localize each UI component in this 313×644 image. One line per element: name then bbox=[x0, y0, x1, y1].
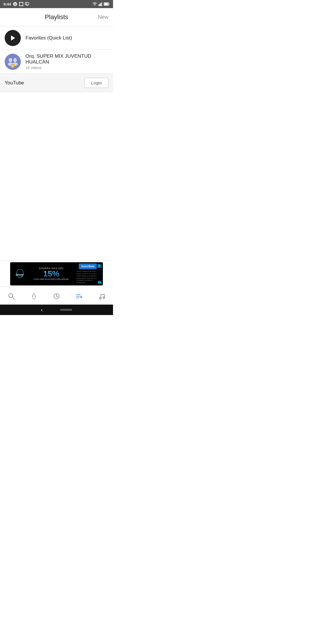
svg-text:Disney: Disney bbox=[16, 273, 23, 276]
ad-subscribe-button[interactable]: Suscríbete bbox=[79, 263, 97, 269]
play-icon bbox=[9, 35, 16, 41]
svg-line-27 bbox=[12, 297, 14, 299]
svg-rect-7 bbox=[101, 3, 102, 6]
disney-logo: Disney + bbox=[14, 267, 26, 280]
back-button[interactable]: ‹ bbox=[41, 307, 43, 313]
favorites-info: Favorites (Quick List) bbox=[26, 35, 108, 41]
super-mix-thumb: H bbox=[5, 54, 21, 70]
svg-rect-4 bbox=[26, 5, 28, 6]
search-icon bbox=[7, 292, 15, 300]
new-button[interactable]: New bbox=[98, 14, 108, 20]
svg-rect-8 bbox=[102, 2, 103, 6]
nav-trending[interactable] bbox=[23, 292, 45, 300]
square-icon bbox=[19, 2, 23, 6]
svg-line-30 bbox=[57, 296, 58, 297]
svg-rect-5 bbox=[99, 4, 99, 6]
play-button-thumb bbox=[5, 30, 21, 46]
ad-play-icon bbox=[98, 263, 102, 267]
screen-mirror-icon bbox=[25, 2, 30, 6]
svg-point-36 bbox=[103, 297, 105, 299]
clock-svg bbox=[53, 292, 60, 300]
disney-arc-icon: Disney + bbox=[14, 267, 26, 280]
favorites-thumb bbox=[5, 30, 21, 46]
fire-icon bbox=[30, 292, 38, 300]
svg-text:G: G bbox=[14, 3, 16, 6]
svg-rect-23 bbox=[98, 267, 102, 267]
home-indicator[interactable] bbox=[60, 309, 72, 311]
nav-history[interactable] bbox=[45, 292, 68, 300]
ad-percent: 15% bbox=[29, 270, 73, 278]
google-icon: G bbox=[13, 2, 17, 6]
favorites-playlist-item[interactable]: Favorites (Quick List) bbox=[0, 26, 113, 50]
music-svg bbox=[98, 292, 105, 300]
search-svg bbox=[8, 292, 15, 300]
svg-rect-2 bbox=[19, 2, 23, 6]
svg-point-14 bbox=[9, 58, 12, 62]
signal-icon bbox=[99, 2, 103, 6]
ad-content: AHORRA MÁS DEL 15% CON UNA SUSCRIPCIÓN A… bbox=[29, 267, 73, 281]
nav-search[interactable] bbox=[0, 292, 23, 300]
page-title: Playlists bbox=[45, 13, 68, 21]
playlist-svg bbox=[75, 292, 83, 300]
youtube-section-header: YouTube Login bbox=[0, 74, 113, 92]
super-mix-playlist-item[interactable]: H Orq. SUPER MIX JUVENTUD HUALCÁN 10 vid… bbox=[0, 50, 113, 74]
login-button[interactable]: Login bbox=[84, 78, 108, 88]
ad-skip-icon[interactable] bbox=[98, 280, 102, 284]
svg-rect-10 bbox=[104, 3, 108, 5]
svg-marker-34 bbox=[81, 296, 83, 298]
svg-marker-12 bbox=[11, 35, 15, 41]
content-area bbox=[0, 92, 113, 261]
header: Playlists New bbox=[0, 8, 113, 26]
status-right bbox=[92, 2, 110, 6]
battery-icon bbox=[104, 2, 110, 6]
nav-library[interactable] bbox=[90, 292, 113, 300]
wifi-icon bbox=[92, 2, 97, 6]
ad-bottom-text: CON UNA SUSCRIPCIÓN ANUAL bbox=[29, 278, 73, 281]
ad-inner: Disney + AHORRA MÁS DEL 15% CON UNA SUSC… bbox=[10, 262, 103, 285]
super-mix-thumbnail: H bbox=[5, 54, 21, 70]
svg-text:H: H bbox=[12, 65, 14, 68]
clock-icon bbox=[52, 292, 61, 300]
super-mix-title: Orq. SUPER MIX JUVENTUD HUALCÁN bbox=[26, 53, 108, 65]
svg-point-35 bbox=[99, 297, 101, 299]
youtube-label: YouTube bbox=[5, 80, 24, 86]
nav-playlists[interactable] bbox=[68, 292, 90, 300]
fire-svg bbox=[30, 292, 38, 300]
bottom-nav bbox=[0, 287, 113, 305]
svg-marker-24 bbox=[98, 281, 100, 284]
super-mix-subtitle: 10 videos bbox=[26, 66, 108, 70]
status-bar: 9:44 G bbox=[0, 0, 113, 8]
svg-rect-11 bbox=[109, 3, 110, 5]
super-mix-image: H bbox=[5, 54, 21, 70]
music-icon bbox=[98, 292, 106, 300]
favorites-title: Favorites (Quick List) bbox=[26, 35, 108, 41]
ad-fine-print: *Ahorro al precio de doce meses a precio… bbox=[76, 270, 99, 284]
playlist-icon bbox=[75, 292, 83, 300]
android-nav-bar: ‹ bbox=[0, 305, 113, 315]
status-time: 9:44 bbox=[3, 2, 11, 6]
super-mix-info: Orq. SUPER MIX JUVENTUD HUALCÁN 10 video… bbox=[26, 53, 108, 70]
ad-banner[interactable]: Disney + AHORRA MÁS DEL 15% CON UNA SUSC… bbox=[0, 261, 113, 287]
svg-point-26 bbox=[9, 294, 13, 298]
svg-text:+: + bbox=[21, 275, 22, 278]
status-left: 9:44 G bbox=[3, 2, 30, 6]
svg-rect-6 bbox=[100, 3, 101, 6]
svg-point-15 bbox=[13, 58, 17, 62]
svg-marker-25 bbox=[100, 281, 102, 284]
